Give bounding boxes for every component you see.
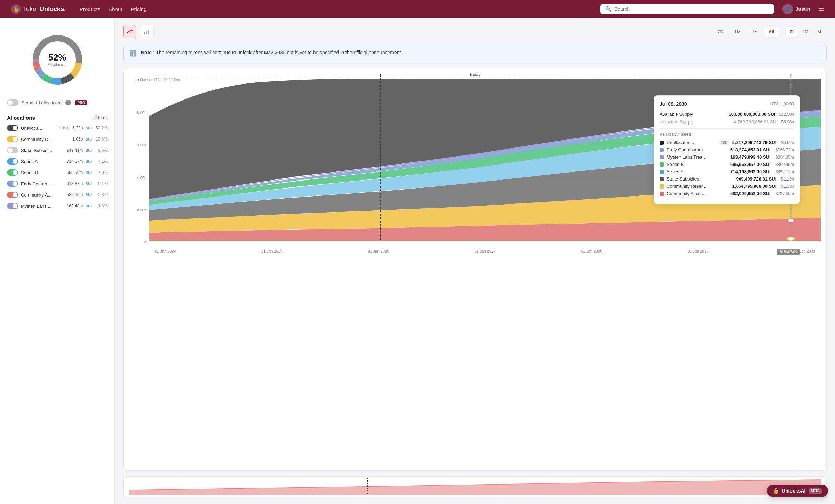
content-area: 7D 1M 1Y All D W M ℹ️ Note : The remaini…	[115, 18, 835, 504]
beta-badge: BETA	[809, 488, 822, 494]
alloc-toggle-0[interactable]	[7, 125, 18, 131]
tooltip-alloc-usd: $1.19b	[781, 177, 794, 182]
x-label: 01 Jan 2025	[261, 249, 283, 253]
nav-link-pricing[interactable]: Pricing	[130, 6, 146, 12]
info-icon[interactable]: i	[65, 100, 71, 105]
bar-chart-icon	[144, 29, 150, 35]
tooltip-alloc-name: Community Acces...	[667, 191, 727, 196]
alloc-item: Mysten Labs ... 163.48m SUI 1.6%	[7, 201, 108, 210]
alloc-amount: 582.00m	[67, 192, 83, 197]
chart-tooltip: Jul 08, 2030 UTC + 00:00 Available Suppl…	[654, 95, 800, 204]
alloc-toggle-2[interactable]	[7, 147, 18, 153]
info-circle-icon: ℹ️	[130, 49, 137, 58]
tooltip-alloc-dot	[660, 162, 664, 167]
tooltip-alloc-row: Stake Subsidies 949,409,728.81 SUI $1.19…	[660, 176, 794, 182]
navbar: 🔓 TokenUnlocks. Products About Pricing 🔍…	[0, 0, 835, 18]
tooltip-alloc-dot	[660, 148, 664, 152]
chart-type-bar-button[interactable]	[141, 25, 154, 38]
tooltip-alloc-row: Community Acces... 582,000,652.00 SUI $7…	[660, 191, 794, 196]
unlocks-ai-badge[interactable]: 🔓 UnlocksAI BETA	[767, 485, 828, 497]
svg-rect-10	[144, 32, 145, 34]
donut-percentage: 52%	[48, 53, 66, 62]
alloc-toggle-3[interactable]	[7, 158, 18, 165]
user-name: Justin	[796, 6, 810, 12]
tooltip-alloc-name: Early Contributors	[667, 147, 727, 152]
chart-wrapper: Today Chart in UTC + 00:00 Time 10.00b 8…	[123, 69, 827, 471]
std-alloc-label: Standard allocations	[22, 100, 63, 105]
tooltip-alloc-val: 613,374,653.01 SUI	[730, 147, 771, 152]
allocations-section: Allocations Hide all Unalloca... TBD 5.2…	[7, 115, 108, 210]
alloc-toggle-7[interactable]	[7, 203, 18, 209]
sui-badge: SUI	[86, 149, 92, 152]
std-alloc-row: Standard allocations i PRO	[7, 97, 108, 108]
alloc-toggle-4[interactable]	[7, 169, 18, 176]
y-axis: 10.00b 8.00b 6.00b 4.00b 2.00b 0	[129, 74, 146, 255]
alloc-item: Community R... 1.06b SUI 10.6%	[7, 135, 108, 144]
note-box: ℹ️ Note : The remaining tokens will cont…	[123, 44, 827, 63]
alloc-name: Unalloca...	[21, 126, 56, 131]
chart-date-badge: 2030-07-09	[777, 249, 800, 255]
donut-center: 52% Unalloca...	[48, 53, 66, 67]
alloc-toggle-5[interactable]	[7, 181, 18, 187]
tooltip-alloc-usd: $727.50m	[776, 191, 794, 196]
nav-user[interactable]: 👤 Justin	[782, 4, 810, 14]
time-btn-1y[interactable]: 1Y	[747, 27, 762, 37]
tooltip-alloc-dot	[660, 155, 664, 159]
x-label: 01 Jan 2026	[368, 249, 389, 253]
time-btn-7d[interactable]: 7D	[713, 27, 728, 37]
tooltip-alloc-dot	[660, 192, 664, 196]
svg-rect-12	[148, 30, 149, 34]
tooltip-alloc-val: 695,563,457.00 SUI	[730, 162, 771, 167]
y-label: 2.00b	[129, 208, 146, 212]
alloc-amount: 714.17m	[67, 159, 83, 164]
nav-link-about[interactable]: About	[109, 6, 122, 12]
hamburger-menu-icon[interactable]: ☰	[818, 5, 824, 13]
tbd-badge: TBD	[59, 126, 70, 130]
tooltip-alloc-name: Unallocated ...	[667, 140, 716, 145]
alloc-title: Allocations	[7, 115, 35, 121]
gran-btn-d[interactable]: D	[786, 27, 797, 37]
tooltip-header: Jul 08, 2030 UTC + 00:00	[660, 101, 794, 107]
alloc-pct: 7.1%	[94, 159, 108, 164]
tooltip-divider	[660, 128, 794, 129]
alloc-pct: 5.8%	[94, 192, 108, 197]
alloc-header: Allocations Hide all	[7, 115, 108, 121]
gran-btn-m[interactable]: M	[813, 27, 825, 37]
alloc-amount: 949.41m	[67, 148, 83, 153]
hide-all-button[interactable]: Hide all	[93, 115, 108, 120]
granularity-group: D W M	[785, 26, 827, 38]
chart-type-line-button[interactable]	[123, 25, 136, 38]
svg-rect-13	[150, 31, 150, 34]
alloc-pct: 9.5%	[94, 148, 108, 153]
nav-logo-icon: 🔓	[11, 4, 21, 14]
tooltip-date: Jul 08, 2030	[660, 101, 687, 107]
y-label: 0	[129, 241, 146, 245]
tooltip-alloc-dot	[660, 177, 664, 181]
std-alloc-toggle[interactable]	[7, 99, 19, 106]
alloc-name: Early Contrib...	[21, 181, 64, 186]
sidebar: 52% Unalloca... Standard allocations i P…	[0, 18, 115, 504]
nav-link-products[interactable]: Products	[80, 6, 100, 12]
alloc-name: Community R...	[21, 137, 70, 142]
gran-btn-w[interactable]: W	[799, 27, 812, 37]
time-btn-1m[interactable]: 1M	[730, 27, 746, 37]
alloc-name: Series B	[21, 170, 64, 175]
alloc-toggle-1[interactable]	[7, 136, 18, 142]
alloc-amount: 613.37m	[67, 181, 83, 186]
mini-chart-svg	[129, 478, 821, 495]
tooltip-alloc-name: Mysten Labs Trea...	[667, 154, 727, 160]
tooltip-alloc-name: Series A	[667, 169, 727, 174]
alloc-item: Community A... 582.00m SUI 5.8%	[7, 190, 108, 199]
time-btn-all[interactable]: All	[764, 27, 779, 37]
main-layout: 52% Unalloca... Standard allocations i P…	[0, 18, 835, 504]
chart-controls: 7D 1M 1Y All D W M	[123, 25, 827, 38]
tooltip-alloc-row: Early Contributors 613,374,653.01 SUI $7…	[660, 147, 794, 152]
alloc-toggle-6[interactable]	[7, 192, 18, 198]
unlocked-supply-label: Unlocked Supply	[660, 119, 694, 125]
search-input[interactable]	[614, 6, 769, 12]
sui-badge: SUI	[86, 193, 92, 197]
nav-logo[interactable]: 🔓 TokenUnlocks.	[11, 4, 66, 14]
x-axis-labels: 01 Jan 2024 01 Jan 2025 01 Jan 2026 01 J…	[149, 248, 821, 253]
alloc-list: Unalloca... TBD 5.22b SUI 52.2% Communit…	[7, 123, 108, 210]
chart-inner: 10.00b 8.00b 6.00b 4.00b 2.00b 0	[129, 74, 821, 255]
